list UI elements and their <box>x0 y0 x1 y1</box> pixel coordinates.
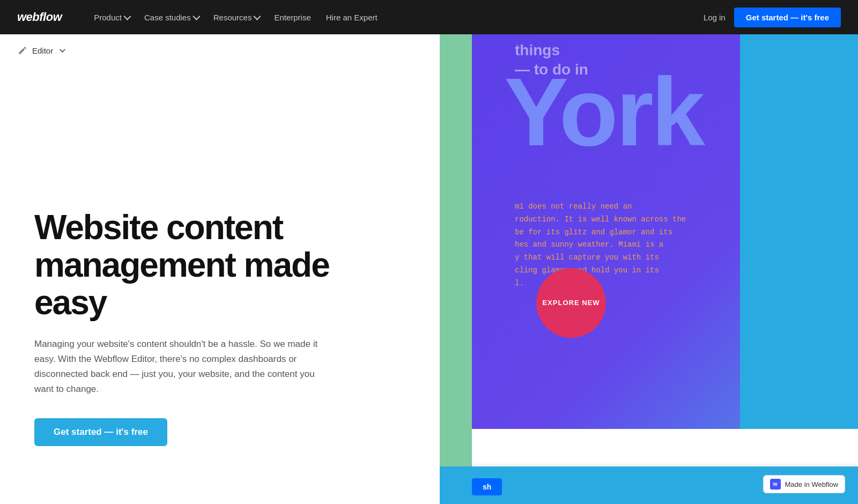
nav-item-enterprise[interactable]: Enterprise <box>268 9 317 26</box>
nav-cta-button[interactable]: Get started — it's free <box>734 8 841 27</box>
right-panel: things — to do in York mi does not reall… <box>440 34 858 504</box>
chevron-down-icon <box>123 13 131 20</box>
main-content: Editor Website content management made e… <box>0 34 858 504</box>
editor-icon <box>17 45 28 56</box>
explore-label: EXPLORE NEW <box>542 299 600 308</box>
nav-item-hire-expert[interactable]: Hire an Expert <box>320 9 384 26</box>
left-panel: Editor Website content management made e… <box>0 34 440 504</box>
webflow-logo[interactable]: webflow <box>17 10 62 24</box>
code-text: mi does not really need an roduction. It… <box>515 201 686 290</box>
login-link[interactable]: Log in <box>704 13 726 22</box>
webflow-mini-logo: W <box>770 479 781 490</box>
teal-strip <box>740 34 858 429</box>
publish-stub[interactable]: sh <box>472 478 502 495</box>
editor-bar: Editor <box>0 34 440 66</box>
chevron-down-icon <box>193 13 200 20</box>
navigation: webflow Product Case studies Resources E… <box>0 0 858 34</box>
york-text: York <box>504 64 703 160</box>
explore-circle[interactable]: EXPLORE NEW <box>536 268 606 338</box>
chevron-down-icon <box>254 13 261 20</box>
hero-title: Website content management made easy <box>34 209 335 322</box>
nav-right: Log in Get started — it's free <box>704 8 841 27</box>
hero-section: Website content management made easy Man… <box>0 176 369 472</box>
nav-links: Product Case studies Resources Enterpris… <box>87 9 686 26</box>
green-strip <box>440 34 472 504</box>
made-in-webflow-label: Made in Webflow <box>785 480 838 488</box>
nav-item-resources[interactable]: Resources <box>207 9 266 26</box>
hero-subtitle: Managing your website's content shouldn'… <box>34 337 335 397</box>
hero-cta-button[interactable]: Get started — it's free <box>34 418 167 446</box>
editor-dropdown-icon[interactable] <box>60 47 65 53</box>
editor-label: Editor <box>32 46 53 55</box>
nav-item-case-studies[interactable]: Case studies <box>138 9 205 26</box>
made-in-webflow-badge[interactable]: W Made in Webflow <box>763 475 845 493</box>
nav-item-product[interactable]: Product <box>87 9 136 26</box>
